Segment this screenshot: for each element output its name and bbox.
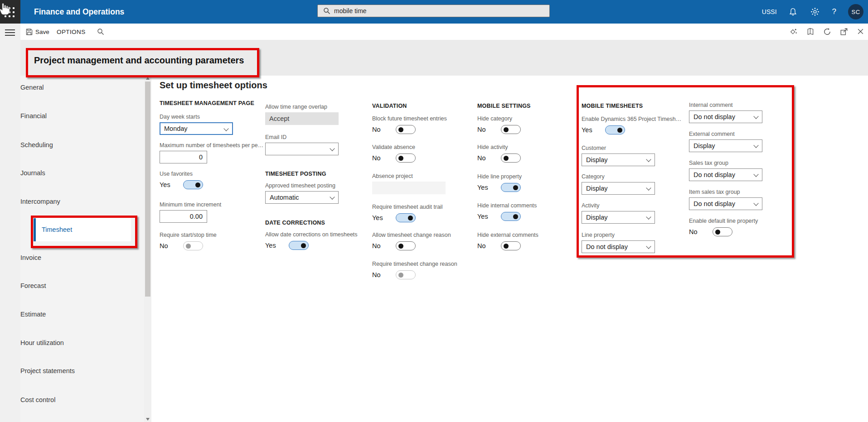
toggle-pill — [501, 212, 521, 221]
toggle-pill — [396, 125, 416, 134]
hide-internal-comments-toggle[interactable]: Yes — [477, 211, 551, 221]
enable-default-line-property-toggle[interactable]: No — [689, 227, 762, 237]
field-hide-external-comments: Hide external comments No — [477, 232, 551, 251]
field-require-audit-trail: Require timesheet audit trail Yes — [372, 204, 446, 223]
app-window: Finance and Operations mobile time USSI — [0, 0, 868, 422]
day-week-starts-select[interactable]: Monday — [160, 122, 233, 135]
settings-button[interactable] — [810, 7, 820, 16]
toggle-pill — [289, 241, 309, 250]
field-absence-project: Absence project — [372, 173, 446, 194]
group-mobile-timesheets: MOBILE TIMESHEETS — [582, 103, 643, 109]
save-button[interactable]: Save — [26, 24, 49, 40]
item-sales-tax-group-select[interactable]: Do not display — [689, 197, 762, 210]
toggle-pill — [501, 153, 521, 163]
category-select[interactable]: Display — [582, 182, 655, 195]
field-min-time-increment: Minimum time increment 0.00 — [160, 201, 233, 223]
field-use-favorites: Use favorites Yes — [160, 171, 233, 190]
approved-timesheet-posting-select[interactable]: Automatic — [265, 191, 339, 204]
group-timesheet-management: TIMESHEET MANAGEMENT PAGE — [160, 100, 254, 106]
app-launcher-button[interactable] — [0, 0, 20, 24]
field-label: Maximum number of timesheets per pe… — [160, 142, 233, 149]
chevron-down-icon — [330, 194, 335, 199]
field-label: Allow time range overlap — [265, 104, 339, 110]
close-page-button[interactable] — [857, 28, 865, 36]
open-in-new-window-button[interactable] — [840, 28, 848, 36]
toggle-pill — [713, 227, 732, 236]
line-property-select[interactable]: Do not display — [582, 240, 655, 253]
max-timesheets-input[interactable]: 0 — [160, 151, 207, 163]
field-require-start-stop: Require start/stop time No — [160, 232, 233, 251]
internal-comment-select[interactable]: Do not display — [689, 110, 762, 123]
field-max-timesheets: Maximum number of timesheets per pe… 0 — [160, 142, 233, 163]
sidebar-item-estimate[interactable]: Estimate — [20, 309, 46, 320]
field-label: Enable default line property — [689, 218, 762, 225]
sidebar-item-invoice[interactable]: Invoice — [20, 252, 41, 263]
block-future-toggle[interactable]: No — [372, 125, 446, 134]
company-picker[interactable]: USSI — [762, 8, 777, 15]
field-label: Minimum time increment — [160, 201, 233, 208]
sidebar-item-project-statements[interactable]: Project statements — [20, 365, 75, 376]
open-in-new-window-icon — [840, 28, 848, 36]
attachments-button[interactable] — [806, 28, 815, 36]
toggle-pill — [183, 180, 203, 189]
scroll-down-arrow-icon[interactable] — [146, 418, 150, 421]
sidebar-item-timesheet[interactable]: Timesheet — [34, 218, 131, 241]
field-hide-line-property: Hide line property Yes — [477, 173, 551, 192]
sidebar-item-forecast[interactable]: Forecast — [20, 280, 46, 291]
hamburger-menu-button[interactable] — [5, 28, 15, 36]
min-time-increment-input[interactable]: 0.00 — [160, 210, 207, 223]
sidebar-item-journals[interactable]: Journals — [20, 168, 45, 178]
notifications-button[interactable] — [789, 7, 798, 16]
scroll-up-arrow-icon[interactable] — [146, 77, 150, 80]
activity-select[interactable]: Display — [582, 211, 655, 224]
sidebar-item-scheduling[interactable]: Scheduling — [20, 139, 53, 150]
validate-absence-toggle[interactable]: No — [372, 153, 446, 163]
field-label: Require timesheet change reason — [372, 261, 446, 268]
sales-tax-group-select[interactable]: Do not display — [689, 168, 762, 181]
external-comment-select[interactable]: Display — [689, 139, 762, 152]
sidebar-item-cost-control[interactable]: Cost control — [20, 394, 55, 405]
require-start-stop-toggle: No — [160, 241, 233, 251]
gear-icon — [810, 7, 820, 16]
allow-change-reason-toggle[interactable]: No — [372, 241, 446, 251]
absence-project-field — [372, 182, 446, 194]
sidebar-scrollbar[interactable] — [144, 76, 151, 422]
toggle-pill — [605, 125, 625, 134]
hide-category-toggle[interactable]: No — [477, 125, 551, 134]
sidebar-item-financial[interactable]: Financial — [20, 110, 47, 121]
selected-accent-bar — [34, 218, 36, 241]
scrollbar-thumb[interactable] — [145, 82, 150, 297]
user-avatar[interactable]: SC — [848, 4, 863, 19]
field-allow-time-range-overlap: Allow time range overlap Accept — [265, 104, 339, 125]
enable-mobile-timesheets-toggle[interactable]: Yes — [582, 125, 655, 135]
require-audit-trail-toggle[interactable]: Yes — [372, 213, 446, 223]
field-label: Category — [582, 173, 655, 180]
field-hide-internal-comments: Hide internal comments Yes — [477, 202, 551, 221]
sidebar-item-general[interactable]: General — [20, 82, 44, 93]
field-internal-comment: Internal comment Do not display — [689, 102, 762, 123]
toolbar-search-button[interactable] — [97, 24, 107, 40]
use-favorites-toggle[interactable]: Yes — [160, 180, 233, 190]
global-search-input[interactable]: mobile time — [317, 5, 550, 17]
field-block-future: Block future timesheet entries No — [372, 115, 446, 134]
sidebar-item-intercompany[interactable]: Intercompany — [20, 196, 60, 207]
hide-external-comments-toggle[interactable]: No — [477, 241, 551, 251]
personalize-button[interactable] — [790, 28, 798, 36]
chevron-down-icon — [753, 114, 758, 119]
field-label: Absence project — [372, 173, 446, 180]
refresh-button[interactable] — [823, 28, 831, 36]
email-id-combobox[interactable] — [265, 143, 339, 155]
hide-line-property-toggle[interactable]: Yes — [477, 182, 551, 192]
help-button[interactable]: ? — [832, 7, 836, 16]
field-label: Hide line property — [477, 173, 551, 180]
options-menu[interactable]: OPTIONS — [57, 24, 86, 40]
require-change-reason-toggle: No — [372, 270, 446, 280]
sidebar-item-hour-utilization[interactable]: Hour utilization — [20, 337, 64, 348]
search-value: mobile time — [334, 7, 367, 14]
hide-activity-toggle[interactable]: No — [477, 153, 551, 163]
field-require-change-reason: Require timesheet change reason No — [372, 261, 446, 280]
refresh-icon — [823, 28, 831, 36]
search-icon — [97, 28, 104, 35]
customer-select[interactable]: Display — [582, 153, 655, 166]
allow-date-corrections-toggle[interactable]: Yes — [265, 240, 339, 250]
